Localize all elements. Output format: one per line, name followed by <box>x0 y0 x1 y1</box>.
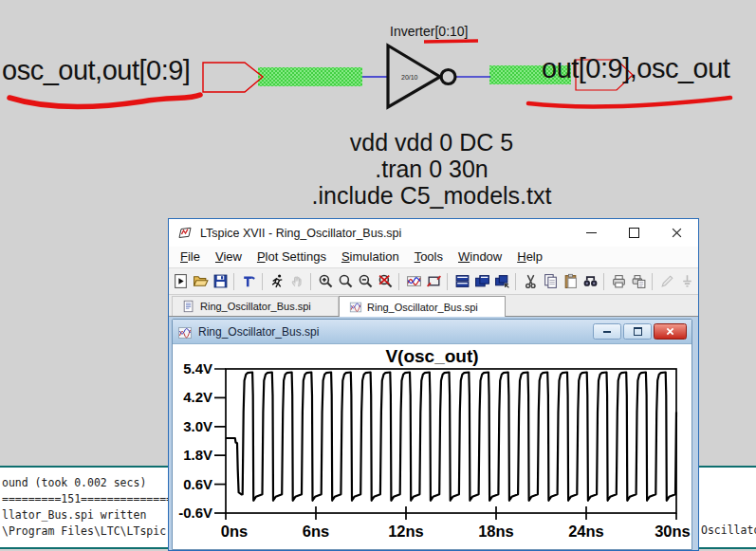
plot-window-title-bar[interactable]: Ring_Oscillator_Bus.spi <box>173 320 691 344</box>
plot-close-button[interactable] <box>654 323 687 340</box>
red-squiggle-left <box>9 95 200 107</box>
tile-vertically-icon[interactable] <box>472 270 492 292</box>
plot-child-window: Ring_Oscillator_Bus.spi V(osc_out) 5.4V4… <box>172 319 692 550</box>
run-icon[interactable] <box>267 270 287 292</box>
y-tick-label: 1.8V <box>183 447 212 463</box>
close-button[interactable] <box>655 219 698 247</box>
left-port-label[interactable]: osc_out,out[0:9] <box>2 55 190 86</box>
tab-label: Ring_Oscillator_Bus.spi <box>367 302 478 313</box>
right-port-label[interactable]: out[0:9],osc_out <box>542 53 729 84</box>
bus-wire-left[interactable] <box>258 67 362 86</box>
find-icon[interactable] <box>581 270 600 292</box>
save-icon[interactable] <box>211 270 230 292</box>
net-label-icon <box>697 270 698 292</box>
toolbar <box>169 267 698 295</box>
new-schematic-icon[interactable] <box>171 270 191 292</box>
tab-bar: Ring_Oscillator_Bus.spiRing_Oscillator_B… <box>169 295 698 317</box>
ltspice-logo-icon <box>176 226 194 241</box>
inverter-label[interactable]: Inverter[0:10] <box>390 24 469 39</box>
log-right-fragment: Oscillator <box>701 523 756 537</box>
window-title: LTspice XVII - Ring_Oscillator_Bus.spi <box>200 227 570 240</box>
menu-tools[interactable]: Tools <box>407 247 451 267</box>
tab-waveform[interactable]: Ring_Oscillator_Bus.spi <box>339 296 506 317</box>
menu-plot-settings[interactable]: Plot Settings <box>249 247 334 267</box>
inverter-symbol[interactable] <box>388 46 440 107</box>
paste-icon[interactable] <box>561 270 581 292</box>
zoom-full-extents-icon[interactable] <box>336 270 356 292</box>
control-panel-icon[interactable] <box>239 270 259 292</box>
autorange-y-axis-icon[interactable] <box>404 270 424 292</box>
netlist-doc-icon <box>182 300 195 313</box>
plot-window-title: Ring_Oscillator_Bus.spi <box>198 325 591 339</box>
x-tick-label: 6ns <box>303 523 329 540</box>
menu-simulation[interactable]: Simulation <box>334 247 407 267</box>
plot-restore-button[interactable] <box>623 323 652 340</box>
inverter-size-text: 20/10 <box>401 74 418 81</box>
halt-icon <box>287 270 307 292</box>
tab-netlist[interactable]: Ring_Oscillator_Bus.spi <box>172 296 339 316</box>
waveform-icon <box>177 325 193 339</box>
red-underline-inverter <box>424 41 478 42</box>
zoom-in-icon[interactable] <box>316 270 336 292</box>
waveform-icon <box>349 301 362 314</box>
title-bar[interactable]: LTspice XVII - Ring_Oscillator_Bus.spi <box>169 219 698 247</box>
plot-settings-icon[interactable] <box>424 270 444 292</box>
red-underline-right <box>528 98 730 106</box>
copy-icon[interactable] <box>541 270 561 292</box>
tile-horizontally-icon[interactable] <box>452 270 472 292</box>
plot-minimize-button[interactable] <box>593 323 621 340</box>
menu-view[interactable]: View <box>208 247 249 267</box>
plot-pane[interactable]: V(osc_out) 5.4V4.2V3.0V1.8V0.6V-0.6V0ns6… <box>173 344 691 549</box>
spice-line-vdd[interactable]: vdd vdd 0 DC 5 <box>180 129 683 156</box>
menu-bar: FileViewPlot SettingsSimulationToolsWind… <box>169 247 698 267</box>
zoom-out-icon[interactable] <box>356 270 376 292</box>
x-tick-label: 18ns <box>478 523 514 540</box>
y-tick-label: 0.6V <box>183 476 212 492</box>
spice-line-tran[interactable]: .tran 0 30n <box>180 156 683 182</box>
y-tick-label: 3.0V <box>183 418 212 434</box>
waveform-trace <box>226 373 676 501</box>
menu-window[interactable]: Window <box>451 247 509 267</box>
ltspice-window: LTspice XVII - Ring_Oscillator_Bus.spi F… <box>168 218 699 551</box>
x-tick-label: 30ns <box>655 523 691 540</box>
ground-icon <box>677 270 697 292</box>
screen: 20/10 osc_out,out[0:9] out[0:9],osc_out … <box>0 0 756 551</box>
inverter-bubble[interactable] <box>441 70 455 84</box>
port-flag-left[interactable] <box>203 63 263 92</box>
y-tick-label: 5.4V <box>183 360 212 377</box>
waveform-plot: 5.4V4.2V3.0V1.8V0.6V-0.6V0ns6ns12ns18ns2… <box>173 344 691 550</box>
spice-directives: vdd vdd 0 DC 5 .tran 0 30n .include C5_m… <box>180 129 683 209</box>
print-icon[interactable] <box>609 270 629 292</box>
menu-help[interactable]: Help <box>509 247 550 267</box>
y-tick-label: -0.6V <box>178 505 212 521</box>
cascade-windows-icon[interactable] <box>492 270 512 292</box>
zoom-undo-icon[interactable] <box>376 270 396 292</box>
x-tick-label: 24ns <box>568 523 604 540</box>
x-tick-label: 0ns <box>221 523 248 540</box>
minimize-button[interactable] <box>570 219 613 247</box>
open-file-icon[interactable] <box>191 270 211 292</box>
menu-file[interactable]: File <box>173 247 208 267</box>
tab-label: Ring_Oscillator_Bus.spi <box>200 301 311 312</box>
y-tick-label: 4.2V <box>183 389 212 405</box>
mdi-client-area: Ring_Oscillator_Bus.spi V(osc_out) 5.4V4… <box>169 317 698 550</box>
spice-line-include[interactable]: .include C5_models.txt <box>180 182 683 209</box>
maximize-button[interactable] <box>613 219 655 247</box>
cut-icon[interactable] <box>521 270 541 292</box>
print-preview-icon[interactable] <box>629 270 649 292</box>
edit-pencil-icon <box>657 270 677 292</box>
x-tick-label: 12ns <box>388 523 424 540</box>
